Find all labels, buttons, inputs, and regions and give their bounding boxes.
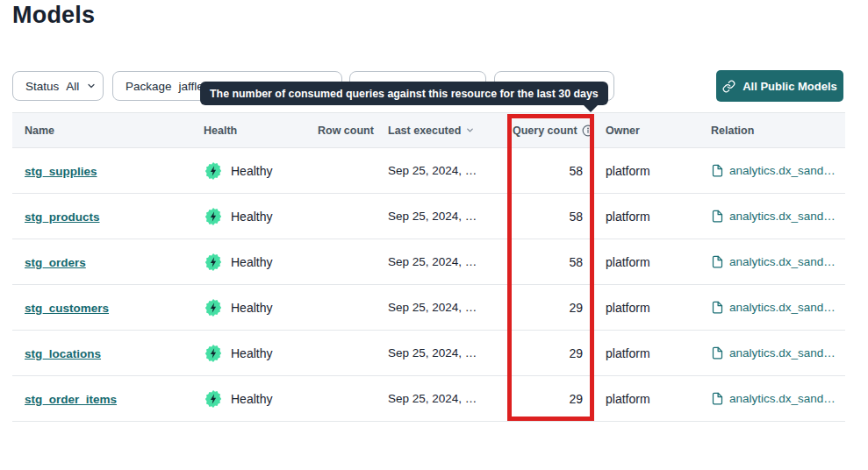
relation-link[interactable]: analytics.dx_sand… [729, 210, 836, 223]
link-icon [722, 80, 735, 93]
package-filter-label: Package [126, 80, 172, 93]
last-executed-value: Sep 25, 2024, … [388, 392, 507, 405]
health-label: Healthy [231, 210, 272, 224]
relation-link[interactable]: analytics.dx_sand… [729, 301, 836, 314]
relation-link[interactable]: analytics.dx_sand… [729, 392, 836, 405]
health-badge-icon [204, 389, 223, 409]
table-row: stg_products Healthy Sep 25, 2024, … 58 … [12, 194, 845, 239]
owner-value: platform [594, 346, 711, 360]
models-table: Name Health Row count Last executed Quer… [12, 112, 845, 422]
file-icon [711, 255, 724, 268]
file-icon [711, 210, 724, 223]
table-header-row: Name Health Row count Last executed Quer… [12, 112, 845, 148]
info-icon[interactable] [582, 125, 594, 137]
query-count-tooltip: The number of consumed queries against t… [200, 82, 608, 105]
column-header-health[interactable]: Health [204, 125, 318, 137]
health-label: Healthy [231, 301, 272, 315]
owner-value: platform [594, 255, 711, 269]
last-executed-value: Sep 25, 2024, … [388, 301, 507, 314]
column-header-query-count[interactable]: Query count [507, 125, 594, 137]
all-public-models-button[interactable]: All Public Models [716, 70, 843, 102]
health-badge-icon [204, 253, 223, 272]
status-filter-label: Status [25, 80, 59, 93]
table-row: stg_order_items Healthy Sep 25, 2024, … … [12, 376, 845, 422]
query-count-value: 58 [507, 210, 594, 224]
page-title: Models [12, 2, 95, 29]
last-executed-value: Sep 25, 2024, … [388, 164, 507, 177]
column-header-owner[interactable]: Owner [594, 125, 711, 137]
column-header-row-count[interactable]: Row count [318, 125, 388, 137]
query-count-value: 29 [507, 392, 594, 406]
owner-value: platform [594, 301, 711, 315]
sort-chevron-icon [465, 125, 475, 135]
status-filter-dropdown[interactable]: Status All [12, 71, 104, 101]
file-icon [711, 164, 724, 177]
health-label: Healthy [231, 255, 272, 269]
query-count-value: 29 [507, 346, 594, 360]
status-filter-value: All [66, 80, 79, 93]
all-public-models-label: All Public Models [742, 80, 837, 93]
owner-value: platform [594, 392, 711, 406]
health-badge-icon [204, 298, 223, 317]
query-count-value: 58 [507, 164, 594, 178]
relation-link[interactable]: analytics.dx_sand… [729, 255, 836, 268]
health-label: Healthy [231, 164, 272, 178]
column-header-name[interactable]: Name [12, 125, 204, 137]
model-link[interactable]: stg_orders [25, 256, 86, 269]
relation-link[interactable]: analytics.dx_sand… [729, 346, 836, 360]
table-row: stg_supplies Healthy Sep 25, 2024, … 58 … [12, 148, 845, 194]
last-executed-value: Sep 25, 2024, … [388, 255, 507, 268]
owner-value: platform [594, 210, 711, 224]
health-badge-icon [204, 344, 223, 363]
model-link[interactable]: stg_supplies [25, 165, 97, 178]
tooltip-text: The number of consumed queries against t… [210, 88, 599, 100]
file-icon [711, 346, 724, 360]
query-count-value: 29 [507, 301, 594, 315]
table-row: stg_orders Healthy Sep 25, 2024, … 58 pl… [12, 239, 845, 285]
last-executed-value: Sep 25, 2024, … [388, 210, 507, 223]
file-icon [711, 301, 724, 314]
health-badge-icon [204, 207, 223, 226]
model-link[interactable]: stg_locations [25, 347, 101, 360]
table-row: stg_customers Healthy Sep 25, 2024, … 29… [12, 285, 845, 331]
model-link[interactable]: stg_order_items [25, 393, 117, 406]
query-count-value: 58 [507, 255, 594, 269]
model-link[interactable]: stg_customers [25, 302, 109, 315]
table-row: stg_locations Healthy Sep 25, 2024, … 29… [12, 331, 845, 376]
health-label: Healthy [231, 392, 272, 406]
health-label: Healthy [231, 346, 272, 360]
last-executed-value: Sep 25, 2024, … [388, 346, 507, 360]
model-link[interactable]: stg_products [25, 210, 100, 224]
owner-value: platform [594, 164, 711, 178]
column-header-relation[interactable]: Relation [711, 125, 845, 137]
chevron-down-icon [86, 81, 97, 91]
relation-link[interactable]: analytics.dx_sand… [729, 164, 836, 177]
column-header-last-executed[interactable]: Last executed [388, 125, 507, 137]
file-icon [711, 392, 724, 405]
health-badge-icon [204, 161, 223, 181]
